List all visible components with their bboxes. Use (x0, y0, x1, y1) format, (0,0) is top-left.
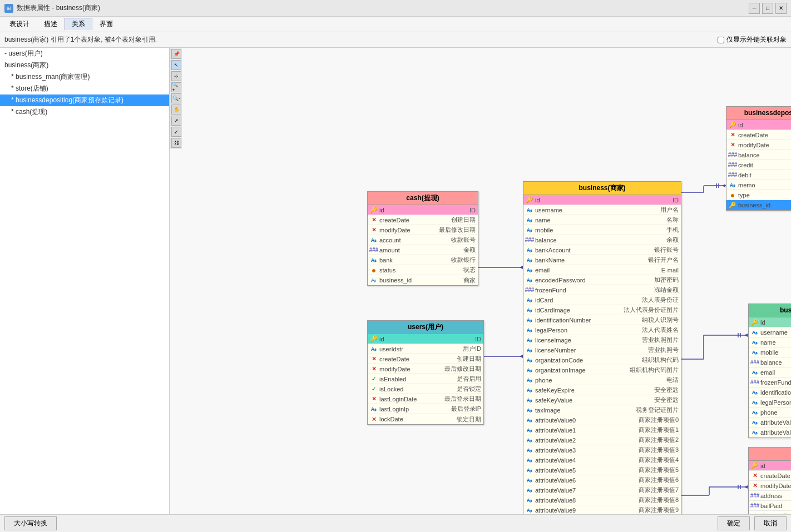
foreign-key-filter-checkbox[interactable] (718, 37, 724, 43)
business-encodedPassword-row[interactable]: Aᵦ encodedPassword 加密密码 (523, 275, 681, 285)
users-lastLoginIp-row[interactable]: Aᵦ lastLoginIp 最后登录IP (368, 404, 483, 414)
cancel-button[interactable]: 取消 (754, 516, 787, 530)
business-idCard-row[interactable]: Aᵦ idCard 法人表身份证 (523, 295, 681, 305)
bm-name-row[interactable]: Aᵦ name 名称 (749, 337, 791, 347)
bdl-balance-row[interactable]: ### balance 当前余额 (726, 150, 791, 160)
business-attributeValue4-row[interactable]: Aᵦ attributeValue4 商家注册项值4 (523, 455, 681, 465)
bm-attributeValue0-row[interactable]: Aᵦ attributeValue0 商家注册项值0 (749, 417, 791, 427)
canvas-scroll[interactable]: business(商家) 🔑 id ID Aᵦ username 用户名 Aᵦ (170, 48, 791, 514)
bm-frozenFund-row[interactable]: ### frozenFund 冻结金额 (749, 377, 791, 387)
business-mobile-row[interactable]: Aᵦ mobile 手机 (523, 225, 681, 235)
store-modifyDate-row[interactable]: ✕ modifyDate 最后 (749, 481, 791, 491)
close-button[interactable]: ✕ (775, 3, 787, 14)
store-id-row[interactable]: 🔑 id ID (749, 461, 791, 471)
store-createDate-row[interactable]: ✕ createDate 创建日 (749, 471, 791, 481)
business-frozenFund-row[interactable]: ### frozenFund 冻结金额 (523, 285, 681, 295)
business-safeKeyValue-row[interactable]: Aᵦ safeKeyValue 安全密匙 (523, 395, 681, 405)
business-licenseNumber-row[interactable]: Aᵦ licenseNumber 营业执照号 (523, 345, 681, 355)
bm-attributeValue1-row[interactable]: Aᵦ attributeValue1 商家注册项值1 (749, 427, 791, 437)
business-attributeValue8-row[interactable]: Aᵦ attributeValue8 商家注册项值8 (523, 495, 681, 505)
business-email-row[interactable]: Aᵦ email E-mail (523, 265, 681, 275)
case-convert-button[interactable]: 大小写转换 (4, 516, 57, 530)
menu-relation[interactable]: 关系 (65, 18, 92, 31)
business-bankAccount-row[interactable]: Aᵦ bankAccount 银行账号 (523, 245, 681, 255)
cash-status-row[interactable]: ● status 状态 (368, 265, 478, 275)
store-discountPromotionEndDate-row[interactable]: ✕ discountPromotionEndDate 折扣 (749, 511, 791, 514)
store-bailPaid-row[interactable]: ### bailPaid 已付 (749, 501, 791, 511)
business-bankName-row[interactable]: Aᵦ bankName 银行开户名 (523, 255, 681, 265)
key-icon: 🔑 (751, 462, 759, 470)
bm-balance-row[interactable]: ### balance 余额 (749, 357, 791, 367)
business-safeKeyExpire-row[interactable]: Aᵦ safeKeyExpire 安全密匙 (523, 385, 681, 395)
business-id-row[interactable]: 🔑 id ID (523, 195, 681, 205)
tree-item-business-man[interactable]: * business_man(商家管理) (0, 71, 169, 83)
business-attributeValue9-row[interactable]: Aᵦ attributeValue9 商家注册项值9 (523, 505, 681, 514)
bdl-type-row[interactable]: ● type 类型 (726, 190, 791, 200)
bdl-memo-row[interactable]: Aᵦ memo 备注 (726, 180, 791, 190)
bdl-credit-row[interactable]: ### credit 收入金额 (726, 160, 791, 170)
users-userIdstr-row[interactable]: Aᵦ userIdstr 用户ID (368, 344, 483, 354)
bm-id-row[interactable]: 🔑 id ID (749, 317, 791, 327)
business-attributeValue5-row[interactable]: Aᵦ attributeValue5 商家注册项值5 (523, 465, 681, 475)
cash-bank-row[interactable]: Aᵦ bank 收款银行 (368, 255, 478, 265)
bm-mobile-row[interactable]: Aᵦ mobile 手机 (749, 347, 791, 357)
bdl-createDate-row[interactable]: ✕ createDate 创建日期 (726, 130, 791, 140)
menu-describe[interactable]: 描述 (37, 18, 65, 31)
cash-createDate-row[interactable]: ✕ createDate 创建日期 (368, 215, 478, 225)
business-organizationImage-row[interactable]: Aᵦ organizationImage 组织机构代码图片 (523, 365, 681, 375)
bm-username-row[interactable]: Aᵦ username 用户名 (749, 327, 791, 337)
bdl-debit-row[interactable]: ### debit 支出金额 (726, 170, 791, 180)
cash-modifyDate-row[interactable]: ✕ modifyDate 最后修改日期 (368, 225, 478, 235)
business-taxImage-row[interactable]: Aᵦ taxImage 税务登记证图片 (523, 405, 681, 415)
business-phone-row[interactable]: Aᵦ phone 电话 (523, 375, 681, 385)
users-modifyDate-row[interactable]: ✕ modifyDate 最后修改日期 (368, 364, 483, 374)
minimize-button[interactable]: ─ (749, 3, 760, 14)
users-id-row[interactable]: 🔑 id ID (368, 334, 483, 344)
cash-id-row[interactable]: 🔑 id ID (368, 205, 478, 215)
abc-icon: Aᵦ (370, 345, 378, 353)
business-attributeValue6-row[interactable]: Aᵦ attributeValue6 商家注册项值6 (523, 475, 681, 485)
menu-interface[interactable]: 界面 (92, 18, 120, 31)
users-createDate-row[interactable]: ✕ createDate 创建日期 (368, 354, 483, 364)
business-idCardImage-row[interactable]: Aᵦ idCardImage 法人代表身份证图片 (523, 305, 681, 315)
modify-icon: ✕ (751, 512, 759, 514)
bm-email-row[interactable]: Aᵦ email E-mail (749, 367, 791, 377)
bdl-modifyDate-row[interactable]: ✕ modifyDate 最后修改日期 (726, 140, 791, 150)
abc-icon: Aᵦ (370, 256, 378, 264)
users-isEnabled-row[interactable]: ✓ isEnabled 是否启用 (368, 374, 483, 384)
store-address-row[interactable]: ### address 地址 (749, 491, 791, 501)
cash-account-row[interactable]: Aᵦ account 收款账号 (368, 235, 478, 245)
abc-icon: Aᵦ (751, 419, 759, 426)
business-attributeValue3-row[interactable]: Aᵦ attributeValue3 商家注册项值3 (523, 445, 681, 455)
business-licenseImage-row[interactable]: Aᵦ licenseImage 营业执照图片 (523, 335, 681, 345)
business-attributeValue7-row[interactable]: Aᵦ attributeValue7 商家注册项值7 (523, 485, 681, 495)
business-name-row[interactable]: Aᵦ name 名称 (523, 215, 681, 225)
bm-phone-row[interactable]: Aᵦ phone 电话 (749, 407, 791, 417)
users-isLocked-row[interactable]: ✓ isLocked 是否锁定 (368, 384, 483, 394)
business-attributeValue2-row[interactable]: Aᵦ attributeValue2 商家注册项值2 (523, 435, 681, 445)
bm-legalPerson-row[interactable]: Aᵦ legalPerson 法人代表姓名 (749, 397, 791, 407)
bdl-id-row[interactable]: 🔑 id ID (726, 120, 791, 130)
cash-amount-row[interactable]: ### amount 金额 (368, 245, 478, 255)
menu-table-design[interactable]: 表设计 (2, 18, 37, 31)
users-lockDate-row[interactable]: ✕ lockDate 锁定日期 (368, 414, 483, 424)
maximize-button[interactable]: □ (762, 3, 773, 14)
business-username-row[interactable]: Aᵦ username 用户名 (523, 205, 681, 215)
tree-item-business[interactable]: business(商家) (0, 59, 169, 71)
business-organizationCode-row[interactable]: Aᵦ organizationCode 组织机构代码 (523, 355, 681, 365)
tree-item-businessdepositlog[interactable]: * businessdepositlog(商家预存款记录) (0, 95, 169, 106)
business-legalPerson-row[interactable]: Aᵦ legalPerson 法人代表姓名 (523, 325, 681, 335)
cash-business_id-row[interactable]: Aᵦ business_id 商家 (368, 275, 478, 285)
tree-item-store[interactable]: * store(店铺) (0, 83, 169, 95)
business-attributeValue0-row[interactable]: Aᵦ attributeValue0 商家注册项值0 (523, 415, 681, 425)
business-attributeValue1-row[interactable]: Aᵦ attributeValue1 商家注册项值1 (523, 425, 681, 435)
bdl-business_id-row[interactable]: 🔑 business_id 商家 (726, 200, 791, 210)
confirm-button[interactable]: 确定 (718, 516, 750, 530)
tree-item-cash[interactable]: * cash(提现) (0, 106, 169, 118)
users-lastLoginDate-row[interactable]: ✕ lastLoginDate 最后登录日期 (368, 394, 483, 404)
tree-item-users[interactable]: - users(用户) (0, 48, 169, 59)
business-identificationNumber-row[interactable]: Aᵦ identificationNumber 纳税人识别号 (523, 315, 681, 325)
business-balance-row[interactable]: ### balance 余额 (523, 235, 681, 245)
foreign-key-filter-label[interactable]: 仅显示外键关联对象 (718, 35, 787, 44)
bm-identificationNumber-row[interactable]: Aᵦ identificationNumber 纳税人识别号 (749, 387, 791, 397)
